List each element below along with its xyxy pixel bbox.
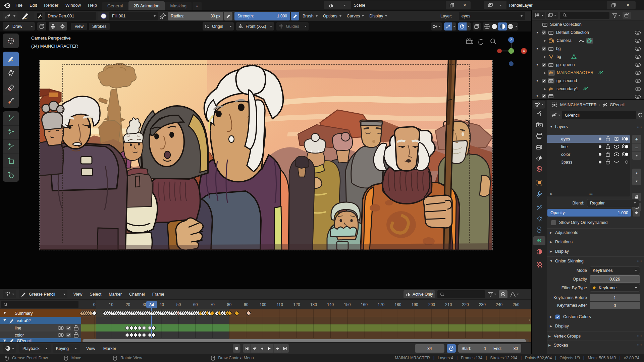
svg-text:100: 100 (260, 302, 266, 307)
svg-text:70: 70 (210, 302, 215, 307)
svg-text:color: color (15, 333, 24, 338)
svg-text:160: 160 (361, 302, 368, 307)
svg-text:‹: ‹ (529, 318, 530, 322)
svg-text:140: 140 (327, 302, 334, 307)
svg-text:120: 120 (293, 302, 300, 307)
svg-text:80: 80 (227, 302, 232, 307)
svg-text:GPencil: GPencil (17, 339, 32, 342)
svg-text:Z: Z (510, 38, 512, 42)
svg-text:extra02: extra02 (17, 318, 31, 323)
svg-text:X: X (523, 49, 525, 53)
svg-text:240: 240 (496, 302, 502, 307)
svg-text:130: 130 (310, 302, 317, 307)
svg-text:60: 60 (193, 302, 198, 307)
svg-text:200: 200 (428, 302, 435, 307)
svg-text:220: 220 (462, 302, 469, 307)
svg-text:50: 50 (176, 302, 181, 307)
svg-text:20: 20 (126, 302, 130, 307)
svg-text:90: 90 (244, 302, 249, 307)
svg-text:10: 10 (109, 302, 114, 307)
svg-text:210: 210 (445, 302, 452, 307)
svg-text:170: 170 (378, 302, 384, 307)
svg-text:180: 180 (394, 302, 401, 307)
svg-text:150: 150 (344, 302, 351, 307)
svg-text:0: 0 (93, 302, 96, 307)
svg-text:40: 40 (160, 302, 164, 307)
svg-text:190: 190 (412, 302, 418, 307)
svg-text:250: 250 (513, 302, 519, 307)
svg-text:110: 110 (277, 302, 283, 307)
svg-text:230: 230 (479, 302, 486, 307)
svg-text:34: 34 (149, 302, 154, 307)
svg-text:line: line (15, 326, 21, 330)
svg-text:Summary: Summary (15, 311, 33, 316)
